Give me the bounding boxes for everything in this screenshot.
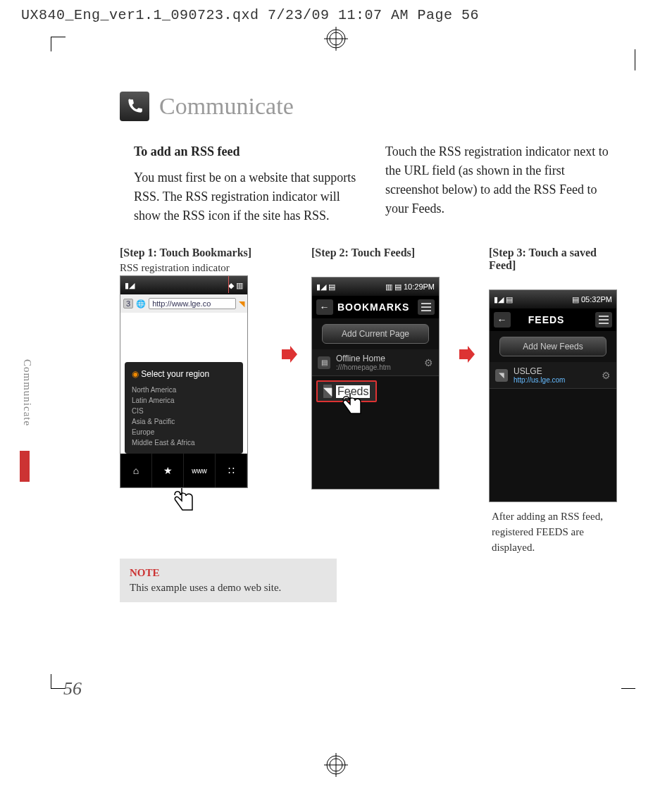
print-header: UX840_Eng_ver1.1_090723.qxd 7/23/09 11:0… bbox=[0, 0, 672, 30]
add-page-button: Add Current Page bbox=[322, 324, 429, 344]
svg-rect-8 bbox=[599, 319, 609, 320]
url-bar: 3 🌐 http://www.lge.co ◥ bbox=[120, 294, 247, 313]
crop-mark bbox=[621, 49, 635, 70]
section-heading: To add an RSS feed bbox=[134, 142, 357, 161]
registration-mark-top bbox=[324, 27, 348, 51]
phone-screenshot-2: ▮◢ ▤▥ ▤ 10:29PM ← BOOKMARKS Add Current … bbox=[311, 277, 440, 490]
hand-cursor-icon bbox=[169, 484, 268, 523]
svg-rect-6 bbox=[421, 310, 431, 311]
back-icon: ← bbox=[316, 299, 333, 315]
screen-header: ← BOOKMARKS bbox=[312, 296, 439, 318]
status-bar: ▮◢ ▤▤ 05:32PM bbox=[490, 290, 616, 309]
back-icon: ← bbox=[494, 312, 511, 328]
svg-rect-4 bbox=[421, 303, 431, 304]
phone-screenshot-1: ▮◢◆ ▥ 3 🌐 http://www.lge.co ◥ ◉ Select y… bbox=[120, 275, 248, 488]
page-icon: ▤ bbox=[318, 356, 330, 369]
svg-rect-5 bbox=[421, 306, 431, 308]
caption-text: After adding an RSS feed, registered FEE… bbox=[489, 509, 623, 555]
feed-item: ◥ USLGE http://us.lge.com ⚙ bbox=[490, 362, 616, 389]
rss-icon: ◥ bbox=[323, 385, 332, 398]
body-text: Touch the RSS registration indicator nex… bbox=[385, 142, 609, 218]
phone-screenshot-3: ▮◢ ▤▤ 05:32PM ← FEEDS Add New Feeds ◥ US… bbox=[489, 289, 617, 502]
callout-line bbox=[228, 275, 229, 293]
rss-icon: ◥ bbox=[239, 299, 244, 309]
note-box: NOTE This example uses a demo web site. bbox=[120, 559, 337, 602]
arrow-icon bbox=[280, 345, 299, 363]
note-body: This example uses a demo web site. bbox=[130, 582, 327, 594]
screen-header: ← FEEDS bbox=[490, 309, 616, 331]
hand-cursor-icon bbox=[339, 390, 367, 427]
body-text: You must first be on a website that supp… bbox=[134, 168, 357, 225]
toolbar: ⌂ ★ www ∷ bbox=[120, 454, 247, 487]
arrow-icon bbox=[458, 345, 476, 363]
feeds-item-highlight: ◥ Feeds bbox=[316, 380, 377, 402]
registration-mark-bottom bbox=[324, 753, 348, 777]
add-feeds-button: Add New Feeds bbox=[499, 337, 606, 356]
step-label: [Step 3: Touch a saved Feed] bbox=[489, 247, 623, 272]
page-number: 56 bbox=[63, 678, 82, 699]
side-tab-accent bbox=[20, 451, 30, 482]
svg-rect-7 bbox=[599, 316, 609, 317]
rss-indicator-caption: RSS registration indicator bbox=[120, 262, 268, 274]
gear-icon: ⚙ bbox=[424, 357, 433, 368]
bookmark-item: ▤ Offline Home :///homepage.htm ⚙ bbox=[312, 349, 439, 376]
note-label: NOTE bbox=[130, 567, 327, 579]
svg-rect-9 bbox=[599, 323, 609, 324]
url-text: http://www.lge.co bbox=[149, 298, 236, 309]
region-panel: ◉ Select your region North America Latin… bbox=[125, 362, 243, 454]
step-label: [Step 2: Touch Feeds] bbox=[311, 247, 445, 259]
side-tab-label: Communicate bbox=[21, 359, 33, 426]
gear-icon: ⚙ bbox=[602, 370, 611, 381]
page-title: Communicate bbox=[159, 93, 294, 120]
status-bar: ▮◢ ▤▥ ▤ 10:29PM bbox=[312, 278, 439, 296]
crop-mark bbox=[51, 37, 66, 51]
crop-mark bbox=[621, 674, 635, 689]
list-icon bbox=[595, 312, 612, 328]
rss-icon: ◥ bbox=[495, 369, 508, 382]
phone-icon bbox=[120, 92, 149, 121]
list-icon bbox=[418, 299, 435, 315]
step-label: [Step 1: Touch Bookmarks] bbox=[120, 247, 268, 259]
